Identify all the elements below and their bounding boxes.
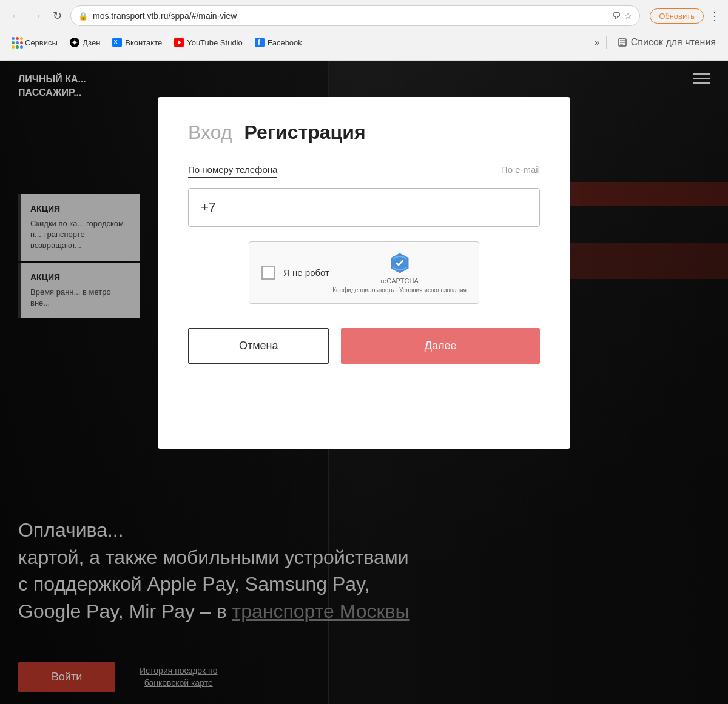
svg-rect-1 [112,38,122,47]
more-options-icon[interactable]: ⋮ [709,8,721,23]
recaptcha-checkbox[interactable] [261,266,275,280]
bookmarks-bar: Сервисы Дзен Вконтакте YouTube Studio f … [0,32,728,53]
lock-icon: 🔒 [78,12,88,21]
youtube-icon [174,38,184,47]
recaptcha-logo-icon [388,252,411,275]
bookmark-vk[interactable]: Вконтакте [107,36,167,49]
address-bar-icons: 🗩 ☆ [612,11,632,21]
google-apps-icon [12,38,22,47]
bookmark-dzen[interactable]: Дзен [65,36,105,49]
cancel-button[interactable]: Отмена [188,328,329,364]
recaptcha-privacy[interactable]: Конфиденциальность · Условия использован… [332,287,467,293]
bookmark-services[interactable]: Сервисы [7,36,62,49]
reading-list-button[interactable]: Список для чтения [613,35,721,50]
reading-list-label: Список для чтения [631,37,716,48]
recaptcha-widget[interactable]: Я не робот reCAPTCHA Конфиденциальность … [249,241,479,304]
address-bar[interactable]: 🔒 🗩 ☆ [70,5,640,26]
reload-button[interactable]: ↻ [49,7,66,24]
bookmark-youtube-studio[interactable]: YouTube Studio [169,36,248,49]
modal-buttons: Отмена Далее [188,328,540,364]
recaptcha-right: reCAPTCHA Конфиденциальность · Условия и… [332,252,467,293]
subtab-phone[interactable]: По номеру телефона [188,164,277,178]
bookmarks-more: » Список для чтения [595,35,721,50]
modal-tabs: Вход Регистрация [188,121,540,146]
url-input[interactable] [93,11,607,21]
subtab-email[interactable]: По e-mail [501,164,540,178]
forward-button[interactable]: → [28,7,45,24]
facebook-icon: f [255,38,265,47]
update-button[interactable]: Обновить [650,8,704,24]
bookmark-facebook[interactable]: f Facebook [250,36,307,49]
browser-toolbar: ← → ↻ 🔒 🗩 ☆ Обновить ⋮ [0,0,728,32]
translate-icon[interactable]: 🗩 [612,11,621,21]
page-background: ЛИЧНЫЙ КА... ПАССАЖИР... АКЦИЯ Скидки по… [0,61,728,704]
recaptcha-left: Я не робот [261,266,329,280]
dzen-icon [70,38,79,47]
nav-buttons: ← → ↻ [7,7,66,24]
modal-subtabs: По номеру телефона По e-mail [188,164,540,178]
star-icon[interactable]: ☆ [624,11,632,21]
bookmark-youtube-label: YouTube Studio [187,38,243,47]
recaptcha-brand: reCAPTCHA [380,277,418,284]
modal-overlay: Вход Регистрация По номеру телефона По e… [0,61,728,704]
back-button[interactable]: ← [7,7,24,24]
phone-input-wrapper[interactable] [188,188,540,227]
recaptcha-label: Я не робот [283,267,329,278]
browser-actions: Обновить ⋮ [650,8,721,24]
tab-register[interactable]: Регистрация [244,121,365,146]
bookmark-dzen-label: Дзен [83,38,100,47]
bookmark-vk-label: Вконтакте [125,38,162,47]
bookmark-services-label: Сервисы [25,38,58,47]
tab-login[interactable]: Вход [188,121,232,146]
browser-chrome: ← → ↻ 🔒 🗩 ☆ Обновить ⋮ [0,0,728,61]
bookmark-facebook-label: Facebook [268,38,302,47]
next-button[interactable]: Далее [341,328,540,364]
more-bookmarks-icon[interactable]: » [595,37,600,48]
vk-icon [112,38,122,47]
phone-input[interactable] [201,199,527,215]
modal-dialog: Вход Регистрация По номеру телефона По e… [158,97,570,449]
